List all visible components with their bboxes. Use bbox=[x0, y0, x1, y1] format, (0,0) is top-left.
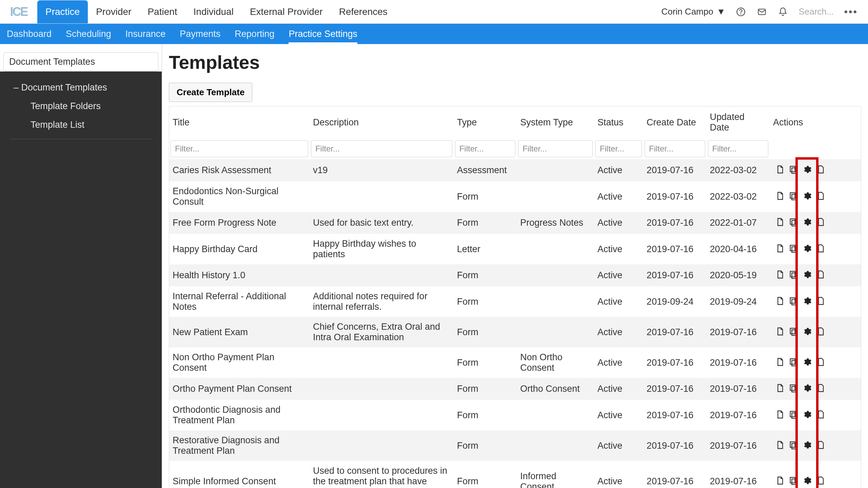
subnav-item-scheduling[interactable]: Scheduling bbox=[66, 24, 111, 44]
column-header[interactable]: Status bbox=[594, 106, 643, 139]
subnav-item-reporting[interactable]: Reporting bbox=[235, 24, 274, 44]
document-icon[interactable] bbox=[815, 243, 826, 254]
page-icon[interactable] bbox=[774, 296, 785, 306]
gear-icon[interactable] bbox=[802, 217, 812, 227]
column-header[interactable]: Description bbox=[310, 106, 454, 139]
subnav-item-practice-settings[interactable]: Practice Settings bbox=[289, 24, 357, 44]
filter-input[interactable] bbox=[708, 140, 768, 157]
page-icon[interactable] bbox=[774, 269, 785, 280]
column-header[interactable]: Type bbox=[454, 106, 517, 139]
gear-icon[interactable] bbox=[802, 269, 812, 280]
cell-type: Form bbox=[454, 317, 517, 347]
column-header[interactable]: Actions bbox=[770, 106, 861, 139]
gear-icon[interactable] bbox=[802, 475, 812, 486]
column-header[interactable]: Updated Date bbox=[707, 106, 770, 139]
topnav-item-individual[interactable]: Individual bbox=[185, 0, 242, 23]
cell-title: Restorative Diagnosis and Treatment Plan bbox=[169, 430, 310, 461]
document-icon[interactable] bbox=[815, 269, 826, 280]
copy-icon[interactable] bbox=[788, 164, 799, 175]
document-icon[interactable] bbox=[815, 296, 826, 306]
page-icon[interactable] bbox=[774, 217, 785, 227]
sidebar-item-document-templates[interactable]: Document Templates bbox=[0, 78, 162, 97]
page-icon[interactable] bbox=[774, 326, 785, 337]
copy-icon[interactable] bbox=[788, 409, 799, 420]
copy-icon[interactable] bbox=[788, 383, 799, 393]
filter-input[interactable] bbox=[171, 140, 308, 157]
svg-rect-24 bbox=[792, 443, 796, 449]
sidebar-item-template-list[interactable]: Template List bbox=[0, 116, 162, 134]
more-menu-icon[interactable]: ••• bbox=[844, 6, 858, 18]
page-icon[interactable] bbox=[774, 190, 785, 201]
cell-status: Active bbox=[594, 347, 643, 378]
topnav-item-practice[interactable]: Practice bbox=[37, 0, 88, 23]
topnav-item-provider[interactable]: Provider bbox=[88, 0, 139, 23]
cell-title: Caries Risk Assessment bbox=[169, 159, 310, 181]
cell-created: 2019-07-16 bbox=[643, 317, 706, 347]
mail-icon[interactable] bbox=[756, 6, 767, 17]
gear-icon[interactable] bbox=[802, 357, 812, 367]
gear-icon[interactable] bbox=[802, 243, 812, 254]
document-icon[interactable] bbox=[815, 190, 826, 201]
document-icon[interactable] bbox=[815, 383, 826, 393]
gear-icon[interactable] bbox=[802, 164, 812, 175]
sidebar-title-box[interactable]: Document Templates bbox=[3, 52, 158, 72]
column-header[interactable]: Title bbox=[169, 106, 310, 139]
document-icon[interactable] bbox=[815, 409, 826, 420]
gear-icon[interactable] bbox=[802, 409, 812, 420]
gear-icon[interactable] bbox=[802, 190, 812, 201]
page-icon[interactable] bbox=[774, 164, 785, 175]
page-icon[interactable] bbox=[774, 475, 785, 486]
gear-icon[interactable] bbox=[802, 440, 812, 450]
sidebar-item-template-folders[interactable]: Template Folders bbox=[0, 97, 162, 116]
page-icon[interactable] bbox=[774, 357, 785, 367]
page-icon[interactable] bbox=[774, 440, 785, 450]
copy-icon[interactable] bbox=[788, 217, 799, 227]
svg-rect-26 bbox=[792, 479, 796, 484]
filter-input[interactable] bbox=[645, 140, 705, 157]
copy-icon[interactable] bbox=[788, 326, 799, 337]
cell-systype bbox=[517, 286, 594, 317]
help-icon[interactable] bbox=[735, 6, 746, 17]
gear-icon[interactable] bbox=[802, 296, 812, 306]
cell-status: Active bbox=[594, 212, 643, 234]
cell-created: 2019-09-24 bbox=[643, 286, 706, 317]
copy-icon[interactable] bbox=[788, 269, 799, 280]
filter-input[interactable] bbox=[595, 140, 642, 157]
document-icon[interactable] bbox=[815, 475, 826, 486]
copy-icon[interactable] bbox=[788, 190, 799, 201]
column-header[interactable]: Create Date bbox=[643, 106, 706, 139]
topnav-item-references[interactable]: References bbox=[331, 0, 396, 23]
search-input[interactable]: Search... bbox=[798, 6, 834, 17]
create-template-button[interactable]: Create Template bbox=[169, 83, 252, 102]
copy-icon[interactable] bbox=[788, 243, 799, 254]
cell-type: Assessment bbox=[454, 159, 517, 181]
subnav-item-insurance[interactable]: Insurance bbox=[125, 24, 166, 44]
filter-input[interactable] bbox=[311, 140, 452, 157]
bell-icon[interactable] bbox=[777, 6, 788, 17]
svg-rect-19 bbox=[790, 385, 795, 390]
cell-updated: 2019-09-24 bbox=[707, 286, 770, 317]
user-menu[interactable]: Corin Campo ▼ bbox=[662, 6, 726, 17]
copy-icon[interactable] bbox=[788, 475, 799, 486]
svg-rect-15 bbox=[790, 328, 795, 333]
gear-icon[interactable] bbox=[802, 326, 812, 337]
copy-icon[interactable] bbox=[788, 357, 799, 367]
document-icon[interactable] bbox=[815, 164, 826, 175]
page-icon[interactable] bbox=[774, 409, 785, 420]
topnav-item-patient[interactable]: Patient bbox=[139, 0, 185, 23]
page-icon[interactable] bbox=[774, 383, 785, 393]
subnav-item-dashboard[interactable]: Dashboard bbox=[7, 24, 52, 44]
document-icon[interactable] bbox=[815, 326, 826, 337]
column-header[interactable]: System Type bbox=[517, 106, 594, 139]
topnav-item-external-provider[interactable]: External Provider bbox=[242, 0, 331, 23]
filter-input[interactable] bbox=[455, 140, 515, 157]
filter-input[interactable] bbox=[518, 140, 593, 157]
document-icon[interactable] bbox=[815, 357, 826, 367]
document-icon[interactable] bbox=[815, 440, 826, 450]
page-icon[interactable] bbox=[774, 243, 785, 254]
gear-icon[interactable] bbox=[802, 383, 812, 393]
subnav-item-payments[interactable]: Payments bbox=[180, 24, 220, 44]
document-icon[interactable] bbox=[815, 217, 826, 227]
copy-icon[interactable] bbox=[788, 440, 799, 450]
copy-icon[interactable] bbox=[788, 296, 799, 306]
